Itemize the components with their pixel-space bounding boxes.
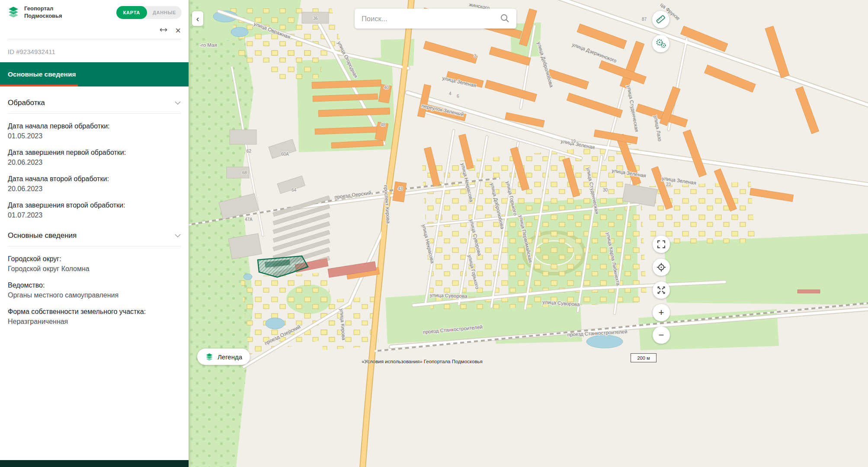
svg-text:3: 3 (474, 54, 477, 58)
tab-main-info[interactable]: Основные сведения (0, 62, 189, 86)
minus-icon: − (659, 329, 664, 341)
field-group: Городской округ: Городской округ Коломна (8, 255, 181, 273)
field-value: 20.06.2023 (8, 185, 181, 193)
next-section-bar (0, 460, 189, 467)
zoom-in-button[interactable]: + (653, 304, 670, 321)
field-label: Дата завершения второй обработки: (8, 202, 181, 209)
section-header-processing[interactable]: Обработка (8, 86, 181, 114)
svg-text:68: 68 (242, 170, 247, 175)
svg-text:43: 43 (398, 186, 403, 191)
field-label: Дата начала первой обработки: (8, 122, 181, 130)
panel-content: Обработка Дата начала первой обработки: … (0, 86, 189, 339)
panel-actions: × (0, 23, 189, 39)
field-value: Органы местного самоуправления (8, 291, 181, 299)
field-label: Форма собственности земельного участка: (8, 308, 181, 316)
settings-button[interactable] (652, 35, 669, 52)
svg-text:30: 30 (603, 188, 608, 192)
svg-text:6: 6 (457, 94, 459, 99)
chevron-down-icon (175, 234, 181, 237)
svg-text:4: 4 (449, 91, 452, 96)
field-value: Городской округ Коломна (8, 265, 181, 273)
chevron-down-icon (175, 101, 181, 105)
field-group: Форма собственности земельного участка: … (8, 308, 181, 326)
ruler-icon (655, 14, 666, 25)
app-logo-icon (7, 5, 20, 20)
measure-button[interactable] (652, 11, 669, 28)
field-group: Дата завершения первой обработки: 20.06.… (8, 149, 181, 166)
extent-button[interactable] (653, 236, 670, 253)
field-group: Ведомство: Органы местного самоуправлени… (8, 281, 181, 299)
field-label: Дата завершения первой обработки: (8, 149, 181, 157)
app-title-line1: Геопортал (24, 5, 62, 13)
expand-arrows-icon (656, 285, 666, 295)
target-icon (656, 262, 666, 272)
field-value: 01.07.2023 (8, 211, 181, 219)
map-canvas[interactable]: улица Овражная жинского ца Фрунзе улица … (189, 0, 868, 467)
svg-text:40: 40 (384, 85, 389, 90)
field-value: 20.06.2023 (8, 159, 181, 166)
toggle-data-option[interactable]: ДАННЫЕ (147, 10, 182, 15)
toggle-map-option[interactable]: КАРТА (116, 6, 147, 19)
map-data-toggle[interactable]: КАРТА ДАННЫЕ (116, 6, 182, 19)
svg-text:62: 62 (247, 149, 252, 154)
chevron-left-icon: ‹ (196, 14, 199, 24)
field-label: Городской округ: (8, 255, 181, 263)
field-group: Дата начала первой обработки: 01.05.2023 (8, 122, 181, 140)
fullscreen-button[interactable] (653, 281, 670, 299)
expand-horizontal-icon[interactable] (159, 26, 168, 35)
field-label: Дата начала второй обработки: (8, 175, 181, 183)
map-attribution[interactable]: «Условия использования» Геопортала Подмо… (331, 359, 513, 364)
search-icon[interactable] (500, 13, 510, 24)
field-group: Дата начала второй обработки: 20.06.2023 (8, 175, 181, 193)
plus-icon: + (659, 307, 664, 318)
gears-icon (655, 38, 666, 49)
zoom-out-button[interactable]: − (653, 326, 670, 344)
sidebar-panel: Геопортал Подмосковья КАРТА ДАННЫЕ × ID … (0, 0, 189, 467)
svg-text:36: 36 (313, 16, 318, 21)
search-input[interactable] (361, 14, 500, 23)
svg-text:23: 23 (666, 182, 671, 187)
map-search-bar[interactable] (355, 9, 516, 29)
app-title: Геопортал Подмосковья (24, 5, 62, 20)
section-title: Основные сведения (8, 231, 77, 240)
section-header-main-info[interactable]: Основные сведения (8, 219, 181, 246)
active-tab-indicator (0, 85, 78, 86)
svg-text:60А: 60А (281, 152, 289, 157)
svg-text:-го Мая: -го Мая (200, 42, 217, 48)
locate-button[interactable] (653, 259, 670, 276)
field-group: Дата завершения второй обработки: 01.07.… (8, 202, 181, 219)
scale-bar: 200 м (631, 353, 657, 362)
app-title-line2: Подмосковья (24, 13, 62, 20)
section-title: Обработка (8, 99, 45, 107)
object-id: ID #9234932411 (0, 39, 189, 55)
field-value: Неразграниченная (8, 318, 181, 326)
field-value: 01.05.2023 (8, 132, 181, 140)
frame-corners-icon (656, 239, 666, 249)
legend-label: Легенда (218, 353, 242, 361)
legend-button[interactable]: Легенда (197, 349, 250, 365)
field-label: Ведомство: (8, 281, 181, 289)
svg-text:87: 87 (642, 17, 647, 22)
layers-icon (205, 352, 214, 361)
svg-text:47А: 47А (245, 217, 253, 222)
svg-text:64: 64 (291, 188, 297, 192)
close-icon[interactable]: × (175, 26, 181, 35)
map-tiles: улица Овражная жинского ца Фрунзе улица … (189, 0, 868, 467)
sidebar-collapse-button[interactable]: ‹ (192, 11, 203, 26)
app-header: Геопортал Подмосковья КАРТА ДАННЫЕ (0, 0, 189, 23)
svg-text:48: 48 (381, 122, 386, 127)
tab-main-info-label: Основные сведения (8, 70, 76, 78)
svg-text:19: 19 (571, 139, 576, 144)
